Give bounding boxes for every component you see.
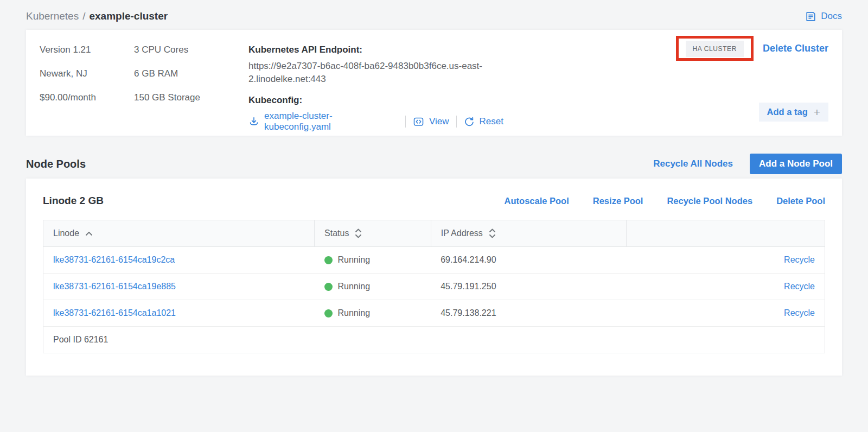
column-header-status-label: Status — [324, 228, 349, 238]
table-row: lke38731-62161-6154ca19c2ca Running 69.1… — [43, 247, 825, 274]
resize-pool-button[interactable]: Resize Pool — [593, 196, 643, 206]
column-header-ip-address-label: IP Address — [441, 228, 483, 238]
table-header-row: Linode Status — [43, 220, 825, 247]
node-pool-card: Linode 2 GB Autoscale Pool Resize Pool R… — [26, 179, 842, 376]
column-header-status[interactable]: Status — [315, 220, 431, 247]
status-label: Running — [338, 282, 371, 291]
pool-actions: Autoscale Pool Resize Pool Recycle Pool … — [505, 196, 825, 206]
table-footer-row: Pool ID 62161 — [43, 327, 825, 353]
plus-icon: + — [814, 108, 820, 117]
kubeconfig-file-name: example-cluster-kubeconfig.yaml — [264, 111, 398, 132]
kubeconfig-view-link[interactable]: View — [413, 116, 449, 127]
breadcrumb-kubernetes-link[interactable]: Kubernetes — [26, 10, 79, 22]
kubeconfig-actions: example-cluster-kubeconfig.yaml View — [248, 111, 503, 132]
status-running-dot — [324, 283, 333, 291]
column-header-actions — [626, 220, 825, 247]
status-running-dot — [324, 309, 333, 317]
annotation-highlight-rectangle: HA CLUSTER — [676, 36, 754, 61]
cluster-summary-right-column: HA CLUSTER Delete Cluster Add a tag + — [676, 45, 828, 122]
node-ip-address: 45.79.138.221 — [441, 308, 496, 317]
recycle-pool-nodes-button[interactable]: Recycle Pool Nodes — [667, 196, 752, 206]
top-bar: Kubernetes / example-cluster Docs — [26, 0, 842, 23]
add-tag-button[interactable]: Add a tag + — [759, 103, 828, 122]
docs-link[interactable]: Docs — [805, 11, 842, 22]
cluster-specs-column-2: 3 CPU Cores 6 GB RAM 150 GB Storage — [134, 45, 248, 122]
recycle-node-button[interactable]: Recycle — [784, 255, 815, 264]
status-cell: Running — [324, 255, 431, 265]
breadcrumb-current-cluster: example-cluster — [89, 10, 168, 22]
sort-ascending-icon — [85, 231, 93, 236]
status-label: Running — [338, 308, 371, 318]
pool-header: Linode 2 GB Autoscale Pool Resize Pool R… — [43, 195, 825, 207]
pool-name: Linode 2 GB — [43, 195, 104, 207]
node-pool-table: Linode Status — [43, 220, 825, 353]
ha-cluster-badge: HA CLUSTER — [686, 41, 744, 57]
cluster-summary-panel: Version 1.21 Newark, NJ $90.00/month 3 C… — [26, 30, 842, 136]
node-ip-address: 69.164.214.90 — [441, 255, 496, 264]
kubeconfig-reset-link[interactable]: Reset — [464, 116, 503, 127]
column-header-ip-address[interactable]: IP Address — [431, 220, 626, 247]
cluster-api-column: Kubernetes API Endpoint: https://9e2a730… — [248, 45, 503, 122]
node-link[interactable]: lke38731-62161-6154ca19c2ca — [53, 255, 175, 264]
autoscale-pool-button[interactable]: Autoscale Pool — [505, 196, 569, 206]
kubeconfig-reset-label: Reset — [480, 116, 503, 127]
cluster-region: Newark, NJ — [40, 68, 134, 79]
table-row: lke38731-62161-6154ca19e885 Running 45.7… — [43, 274, 825, 300]
status-cell: Running — [324, 282, 431, 291]
cluster-actions: HA CLUSTER Delete Cluster — [676, 36, 828, 61]
add-tag-label: Add a tag — [767, 107, 808, 117]
status-label: Running — [338, 255, 371, 265]
divider — [456, 116, 457, 128]
delete-pool-button[interactable]: Delete Pool — [776, 196, 825, 206]
download-icon — [248, 116, 259, 127]
node-ip-address: 45.79.191.250 — [441, 282, 496, 291]
sort-both-icon — [354, 227, 362, 239]
sort-both-icon — [488, 227, 496, 239]
cluster-cpu: 3 CPU Cores — [134, 45, 248, 55]
kubernetes-cluster-detail-page: Kubernetes / example-cluster Docs Versio… — [0, 0, 868, 376]
column-header-linode-label: Linode — [53, 228, 79, 238]
cluster-storage: 150 GB Storage — [134, 92, 248, 103]
node-pools-title: Node Pools — [26, 158, 86, 170]
node-pools-header: Node Pools Recycle All Nodes Add a Node … — [26, 154, 842, 174]
docs-label: Docs — [821, 11, 842, 22]
cluster-price: $90.00/month — [40, 92, 134, 103]
docs-icon — [805, 11, 816, 22]
cluster-version: Version 1.21 — [40, 45, 134, 55]
status-running-dot — [324, 256, 333, 264]
cluster-specs-column-1: Version 1.21 Newark, NJ $90.00/month — [40, 45, 134, 122]
kubeconfig-view-label: View — [429, 116, 449, 127]
recycle-node-button[interactable]: Recycle — [784, 308, 815, 317]
api-endpoint-url: https://9e2a7307-b6ac-408f-ba62-9483b0b3… — [248, 60, 494, 86]
breadcrumb-separator: / — [82, 10, 85, 22]
breadcrumb: Kubernetes / example-cluster — [26, 10, 168, 22]
add-node-pool-button[interactable]: Add a Node Pool — [750, 154, 842, 174]
kubeconfig-label: Kubeconfig: — [248, 95, 503, 106]
status-cell: Running — [324, 308, 431, 318]
cluster-ram: 6 GB RAM — [134, 68, 248, 79]
node-link[interactable]: lke38731-62161-6154ca1a1021 — [53, 308, 176, 317]
column-header-linode[interactable]: Linode — [43, 220, 315, 247]
reset-icon — [464, 116, 475, 127]
delete-cluster-button[interactable]: Delete Cluster — [763, 43, 828, 54]
recycle-node-button[interactable]: Recycle — [784, 282, 815, 291]
node-link[interactable]: lke38731-62161-6154ca19e885 — [53, 282, 176, 291]
code-view-icon — [413, 116, 424, 127]
pool-id-label: Pool ID 62161 — [43, 327, 825, 353]
kubeconfig-download-link[interactable]: example-cluster-kubeconfig.yaml — [248, 111, 398, 132]
api-endpoint-label: Kubernetes API Endpoint: — [248, 45, 503, 55]
divider — [405, 116, 406, 128]
table-row: lke38731-62161-6154ca1a1021 Running 45.7… — [43, 300, 825, 327]
recycle-all-nodes-button[interactable]: Recycle All Nodes — [653, 158, 733, 169]
